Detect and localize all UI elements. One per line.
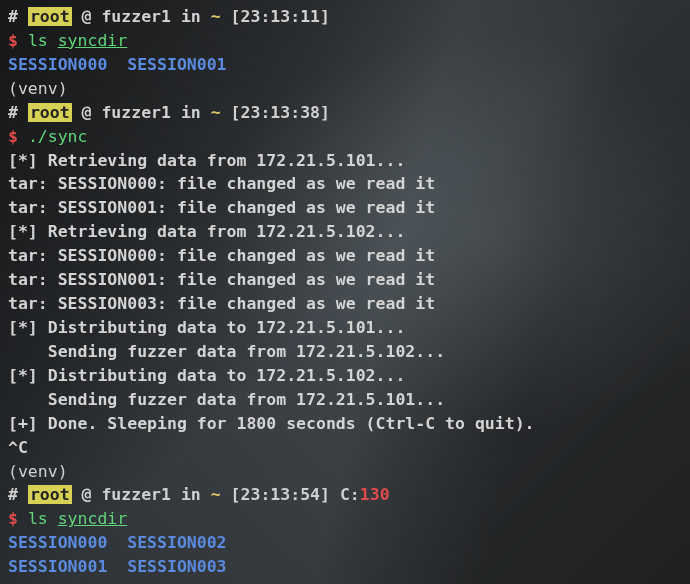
sync-output: [*] Retrieving data from 172.21.5.101... xyxy=(8,149,682,173)
prompt-path: ~ xyxy=(211,485,221,504)
command-arg: syncdir xyxy=(58,509,128,528)
prompt-time: [23:13:54] xyxy=(231,485,330,504)
sync-output: [*] Distributing data to 172.21.5.101... xyxy=(8,316,682,340)
session-dir: SESSION002 xyxy=(127,533,226,552)
prompt-in: in xyxy=(181,7,201,26)
command-arg: syncdir xyxy=(58,31,128,50)
ls-output-2-row2: SESSION001 SESSION003 xyxy=(8,555,682,579)
prompt-hash: # xyxy=(8,103,18,122)
prompt-host: fuzzer1 xyxy=(101,103,171,122)
prompt-dollar: $ xyxy=(8,509,18,528)
venv-indicator: (venv) xyxy=(8,460,682,484)
command: ./sync xyxy=(28,127,88,146)
sync-output: [*] Retrieving data from 172.21.5.102... xyxy=(8,220,682,244)
sync-output: tar: SESSION001: file changed as we read… xyxy=(8,268,682,292)
command-line-1: $ ls syncdir xyxy=(8,29,682,53)
prompt-dollar: $ xyxy=(8,127,18,146)
prompt-at: @ xyxy=(82,103,92,122)
sync-output: tar: SESSION000: file changed as we read… xyxy=(8,172,682,196)
prompt-at: @ xyxy=(82,485,92,504)
session-dir: SESSION003 xyxy=(127,557,226,576)
prompt-in: in xyxy=(181,103,201,122)
sync-output: Sending fuzzer data from 172.21.5.101... xyxy=(8,388,682,412)
ls-output-1: SESSION000 SESSION001 xyxy=(8,53,682,77)
command: ls xyxy=(28,509,48,528)
prompt-path: ~ xyxy=(211,7,221,26)
prompt-at: @ xyxy=(82,7,92,26)
prompt-dollar: $ xyxy=(8,31,18,50)
ctrl-c: ^C xyxy=(8,436,682,460)
prompt-host: fuzzer1 xyxy=(101,485,171,504)
prompt-host: fuzzer1 xyxy=(101,7,171,26)
command-line-2: $ ./sync xyxy=(8,125,682,149)
sync-output: Sending fuzzer data from 172.21.5.102... xyxy=(8,340,682,364)
exit-code: 130 xyxy=(360,485,390,504)
prompt-time: [23:13:11] xyxy=(231,7,330,26)
prompt-path: ~ xyxy=(211,103,221,122)
session-dir: SESSION001 xyxy=(127,55,226,74)
exit-label: C: xyxy=(340,485,360,504)
prompt-user: root xyxy=(28,485,72,504)
prompt-hash: # xyxy=(8,485,18,504)
prompt-line-2: # root @ fuzzer1 in ~ [23:13:38] xyxy=(8,101,682,125)
sync-output: [+] Done. Sleeping for 1800 seconds (Ctr… xyxy=(8,412,682,436)
terminal-output[interactable]: # root @ fuzzer1 in ~ [23:13:11] $ ls sy… xyxy=(8,5,682,579)
prompt-hash: # xyxy=(8,7,18,26)
prompt-user: root xyxy=(28,7,72,26)
prompt-user: root xyxy=(28,103,72,122)
sync-output: tar: SESSION003: file changed as we read… xyxy=(8,292,682,316)
prompt-line-1: # root @ fuzzer1 in ~ [23:13:11] xyxy=(8,5,682,29)
prompt-time: [23:13:38] xyxy=(231,103,330,122)
prompt-in: in xyxy=(181,485,201,504)
command: ls xyxy=(28,31,48,50)
session-dir: SESSION000 xyxy=(8,55,107,74)
command-line-3: $ ls syncdir xyxy=(8,507,682,531)
sync-output: tar: SESSION000: file changed as we read… xyxy=(8,244,682,268)
sync-output: [*] Distributing data to 172.21.5.102... xyxy=(8,364,682,388)
sync-output: tar: SESSION001: file changed as we read… xyxy=(8,196,682,220)
venv-indicator: (venv) xyxy=(8,77,682,101)
ls-output-2-row1: SESSION000 SESSION002 xyxy=(8,531,682,555)
session-dir: SESSION000 xyxy=(8,533,107,552)
prompt-line-3: # root @ fuzzer1 in ~ [23:13:54] C:130 xyxy=(8,483,682,507)
session-dir: SESSION001 xyxy=(8,557,107,576)
